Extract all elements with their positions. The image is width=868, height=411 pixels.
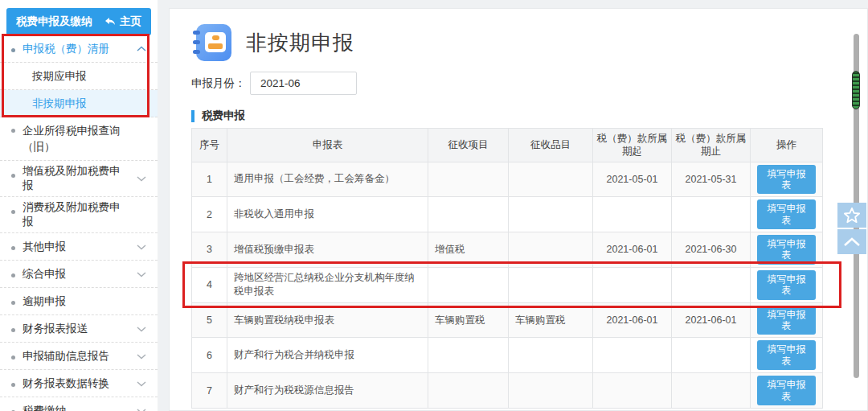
sidebar-title: 税费申报及缴纳 — [16, 14, 92, 29]
sidebar-item-financial-statements[interactable]: 财务报表报送 — [0, 315, 158, 343]
sidebar-item-other-declaration[interactable]: 其他申报 — [0, 233, 158, 261]
cell-period-start: 2021-06-01 — [593, 302, 672, 338]
cell-period-end — [672, 338, 751, 373]
cell-item — [509, 197, 593, 232]
bullet-icon — [11, 48, 15, 52]
sidebar-item-label: 申报税（费）清册 — [23, 42, 109, 56]
cell-period-end — [672, 267, 751, 302]
chevron-down-icon — [137, 271, 146, 277]
fill-form-button[interactable]: 填写申报表 — [757, 165, 816, 195]
declaration-book-icon — [191, 24, 231, 61]
chevron-down-icon — [137, 175, 146, 182]
sidebar-header: 税费申报及缴纳 主页 — [6, 8, 151, 35]
cell-project — [428, 197, 509, 232]
floating-buttons — [837, 203, 866, 256]
home-label: 主页 — [120, 14, 141, 29]
cell-item — [509, 162, 593, 197]
page-title: 非按期申报 — [246, 29, 354, 57]
title-row: 非按期申报 — [191, 23, 845, 62]
table-header-row: 序号 申报表 征收项目 征收品目 税（费）款所属期起 税（费）款所属期止 操作 — [192, 129, 823, 162]
fill-form-button[interactable]: 填写申报表 — [757, 306, 816, 335]
fill-form-button[interactable]: 填写申报表 — [757, 340, 816, 370]
cell-form: 通用申报（工会经费，工会筹备金） — [227, 162, 428, 197]
bullet-icon — [11, 129, 15, 133]
bullet-icon — [11, 273, 15, 277]
sidebar-subitem-nonperiodic-declaration[interactable]: 非按期申报 — [0, 90, 158, 117]
cell-item — [509, 373, 593, 409]
sidebar-item-vat-declaration[interactable]: 增值税及附加税费申报 — [0, 161, 158, 197]
cell-item — [509, 267, 593, 302]
sidebar-item-label: 财务报表报送 — [23, 322, 88, 336]
sidebar-item-overdue-declaration[interactable]: 逾期申报 — [0, 288, 158, 315]
cell-project — [428, 162, 509, 197]
table-row: 4 跨地区经营汇总纳税企业分支机构年度纳税申报表 填写申报表 — [192, 267, 823, 302]
chevron-up-icon — [843, 237, 861, 247]
back-to-top-button[interactable] — [837, 229, 866, 254]
cell-form: 车辆购置税纳税申报表 — [227, 302, 428, 338]
bullet-icon — [11, 174, 15, 178]
favorite-star-button[interactable] — [837, 203, 866, 228]
bullet-icon — [11, 301, 15, 305]
sidebar-item-label: 增值税及附加税费申报 — [23, 164, 129, 193]
table-row-highlighted: 6 财产和行为税合并纳税申报 填写申报表 — [192, 338, 823, 373]
sidebar-item-declaration-register[interactable]: 申报税（费）清册 — [0, 35, 158, 63]
sidebar-item-label: 财务报表数据转换 — [23, 376, 109, 391]
sidebar-subitem-label: 非按期申报 — [32, 97, 87, 111]
fill-form-button[interactable]: 填写申报表 — [757, 376, 816, 405]
col-header-period-end: 税（费）款所属期止 — [672, 129, 751, 162]
cell-no: 2 — [192, 197, 227, 232]
cell-period-start — [593, 338, 672, 373]
table-row-highlighted: 7 财产和行为税税源信息报告 填写申报表 — [192, 373, 823, 409]
table-row: 2 非税收入通用申报 填写申报表 — [192, 197, 823, 232]
cell-no: 4 — [192, 267, 227, 302]
fill-form-button[interactable]: 填写申报表 — [757, 270, 816, 300]
sidebar-item-label: 消费税及附加税费申报 — [23, 200, 129, 229]
cell-item: 车辆购置税 — [509, 302, 593, 338]
fill-form-button[interactable]: 填写申报表 — [757, 199, 816, 229]
declare-month-input[interactable] — [250, 72, 357, 95]
bullet-icon — [11, 356, 15, 360]
cell-project: 增值税 — [428, 232, 509, 268]
main-panel: 非按期申报 申报月份： 税费申报 序号 申报表 征 — [169, 8, 868, 411]
back-arrow-icon — [104, 17, 116, 27]
cell-form: 非税收入通用申报 — [227, 197, 428, 232]
sidebar-item-comprehensive-declaration[interactable]: 综合申报 — [0, 261, 158, 288]
cell-period-end: 2021-05-31 — [672, 162, 751, 197]
bullet-icon — [11, 246, 15, 250]
fill-form-button[interactable]: 填写申报表 — [757, 235, 816, 265]
cell-project: 车辆购置税 — [428, 302, 509, 338]
cell-no: 7 — [192, 373, 227, 409]
table-row: 3 增值税预缴申报表 增值税 2021-06-01 2021-06-30 填写申… — [192, 232, 823, 268]
table-row: 1 通用申报（工会经费，工会筹备金） 2021-05-01 2021-05-31… — [192, 162, 823, 197]
chevron-up-icon — [137, 46, 146, 52]
col-header-project: 征收项目 — [428, 129, 509, 162]
cell-period-start — [593, 197, 672, 232]
section-title-text: 税费申报 — [202, 109, 245, 123]
scrollbar-thumb[interactable] — [852, 71, 860, 109]
cell-period-start: 2021-05-01 — [593, 162, 672, 197]
sidebar-item-statement-data-conversion[interactable]: 财务报表数据转换 — [0, 370, 158, 397]
cell-no: 6 — [192, 338, 227, 373]
bullet-icon — [11, 383, 15, 387]
cell-period-end: 2021-06-01 — [672, 302, 751, 338]
cell-form: 增值税预缴申报表 — [227, 232, 428, 268]
cell-period-end — [672, 197, 751, 232]
sidebar-item-cit-query-old[interactable]: 企业所得税申报查询（旧） — [0, 117, 158, 161]
sidebar-item-consumption-tax[interactable]: 消费税及附加税费申报 — [0, 197, 158, 233]
chevron-down-icon — [137, 326, 146, 332]
col-header-form: 申报表 — [227, 129, 428, 162]
sidebar-subitem-periodic-declaration[interactable]: 按期应申报 — [0, 63, 158, 90]
chevron-down-icon — [137, 380, 146, 387]
cell-project — [428, 338, 509, 373]
sidebar-item-auxiliary-info-report[interactable]: 申报辅助信息报告 — [0, 343, 158, 370]
col-header-no: 序号 — [192, 129, 227, 162]
sidebar-item-tax-payment[interactable]: 税费缴纳 — [0, 397, 158, 411]
cell-period-end — [672, 373, 751, 409]
sidebar-item-label: 税费缴纳 — [23, 404, 66, 411]
cell-project — [428, 267, 509, 302]
declaration-table: 序号 申报表 征收项目 征收品目 税（费）款所属期起 税（费）款所属期止 操作 … — [191, 128, 823, 409]
sidebar-item-label: 综合申报 — [23, 267, 66, 282]
cell-no: 5 — [192, 302, 227, 338]
cell-no: 3 — [192, 232, 227, 268]
home-link[interactable]: 主页 — [104, 14, 141, 29]
